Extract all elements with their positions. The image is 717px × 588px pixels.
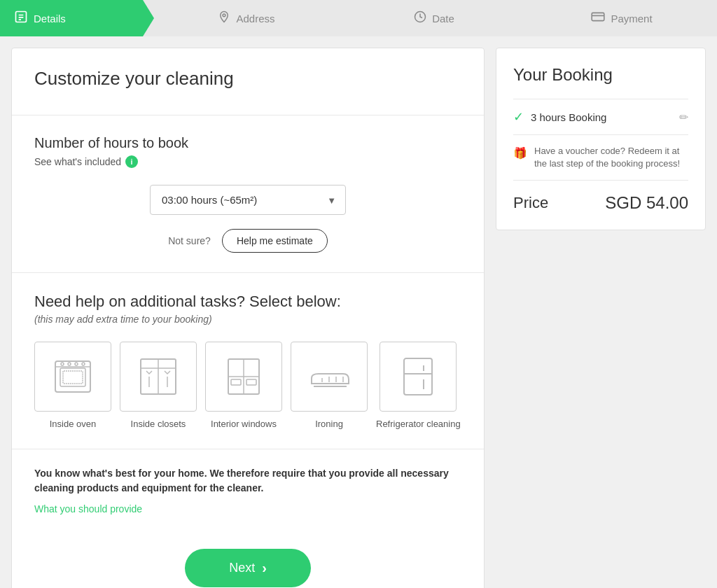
voucher-icon: 🎁	[513, 146, 527, 160]
step-address-label: Address	[236, 13, 274, 24]
main-layout: Customize your cleaning Number of hours …	[0, 36, 717, 588]
tasks-title: Need help on additional tasks? Select be…	[34, 293, 461, 311]
price-value: SGD 54.00	[605, 193, 688, 213]
inside-closets-icon-box	[120, 342, 197, 412]
hours-row: 02:00 hours (~40m²) 03:00 hours (~65m²) …	[34, 185, 461, 215]
svg-point-12	[68, 363, 71, 365]
details-icon	[14, 10, 28, 27]
task-interior-windows[interactable]: Interior windows	[205, 342, 282, 429]
button-row: Next ›	[12, 538, 484, 588]
left-panel: Customize your cleaning Number of hours …	[11, 48, 485, 588]
voucher-line: 🎁 Have a voucher code? Redeem it at the …	[513, 134, 688, 180]
not-sure-text: Not sure?	[168, 235, 211, 246]
svg-point-11	[61, 363, 64, 365]
right-panel: Your Booking ✓ 3 hours Booking ✏ 🎁 Have …	[496, 48, 706, 230]
estimate-row: Not sure? Help me estimate	[34, 229, 461, 253]
step-address[interactable]: Address	[154, 0, 342, 36]
price-row: Price SGD 54.00	[513, 180, 688, 213]
step-date[interactable]: Date	[342, 0, 529, 36]
inside-oven-label: Inside oven	[50, 419, 97, 429]
voucher-text: Have a voucher code? Redeem it at the la…	[534, 145, 688, 170]
hours-select-wrapper: 02:00 hours (~40m²) 03:00 hours (~65m²) …	[150, 185, 346, 215]
interior-windows-icon-box	[205, 342, 282, 412]
payment-icon	[591, 11, 605, 26]
hours-section: Number of hours to book See what's inclu…	[12, 115, 484, 273]
hours-title: Number of hours to book	[34, 135, 461, 151]
estimate-button[interactable]: Help me estimate	[222, 229, 328, 253]
inside-closets-icon	[137, 356, 179, 398]
step-payment-label: Payment	[611, 13, 652, 24]
svg-rect-10	[63, 371, 83, 384]
interior-windows-icon	[223, 356, 265, 398]
refrigerator-icon	[397, 356, 439, 398]
next-button[interactable]: Next ›	[185, 549, 311, 587]
svg-rect-6	[592, 13, 605, 20]
notice-link[interactable]: What you should provide	[34, 503, 142, 514]
next-arrow-icon: ›	[262, 560, 267, 576]
svg-point-14	[82, 363, 85, 365]
booking-hours-line: ✓ 3 hours Booking ✏	[513, 99, 688, 134]
svg-rect-25	[246, 379, 256, 385]
edit-icon[interactable]: ✏	[679, 111, 688, 124]
step-date-label: Date	[432, 13, 454, 24]
page-title: Customize your cleaning	[34, 68, 461, 90]
inside-oven-icon-box	[34, 342, 111, 412]
interior-windows-label: Interior windows	[211, 419, 277, 429]
tasks-subtitle: (this may add extra time to your booking…	[34, 314, 461, 325]
tasks-section: Need help on additional tasks? Select be…	[12, 273, 484, 449]
svg-rect-32	[404, 358, 432, 395]
booking-title: Your Booking	[513, 65, 688, 85]
step-payment[interactable]: Payment	[529, 0, 717, 36]
info-icon[interactable]: i	[125, 155, 138, 168]
ironing-icon-box	[291, 342, 368, 412]
notice-section: You know what's best for your home. We t…	[12, 449, 484, 538]
step-details[interactable]: Details	[0, 0, 154, 36]
price-label: Price	[513, 194, 548, 212]
ironing-label: Ironing	[315, 419, 343, 429]
inside-closets-label: Inside closets	[131, 419, 186, 429]
ironing-icon	[308, 356, 350, 398]
next-button-label: Next	[229, 561, 255, 575]
svg-rect-24	[231, 379, 241, 385]
step-details-label: Details	[34, 13, 66, 24]
svg-point-13	[75, 363, 78, 365]
task-inside-oven[interactable]: Inside oven	[34, 342, 111, 429]
svg-point-4	[223, 13, 226, 16]
tasks-grid: Inside oven	[34, 342, 461, 429]
booking-hours-text: 3 hours Booking	[531, 111, 672, 123]
refrigerator-cleaning-label: Refrigerator cleaning	[376, 419, 461, 429]
see-whats-included-text: See what's included	[34, 156, 121, 167]
notice-text: You know what's best for your home. We t…	[34, 466, 461, 496]
hours-subtitle-row: See what's included i	[34, 155, 461, 168]
task-refrigerator-cleaning[interactable]: Refrigerator cleaning	[376, 342, 461, 429]
refrigerator-icon-box	[380, 342, 457, 412]
page-title-section: Customize your cleaning	[12, 48, 484, 115]
inside-oven-icon	[52, 356, 94, 398]
progress-bar: Details Address Date Payment	[0, 0, 717, 36]
date-icon	[414, 10, 426, 27]
check-icon: ✓	[513, 109, 524, 125]
task-inside-closets[interactable]: Inside closets	[120, 342, 197, 429]
task-ironing[interactable]: Ironing	[291, 342, 368, 429]
address-icon	[218, 10, 230, 27]
hours-select[interactable]: 02:00 hours (~40m²) 03:00 hours (~65m²) …	[150, 185, 346, 215]
